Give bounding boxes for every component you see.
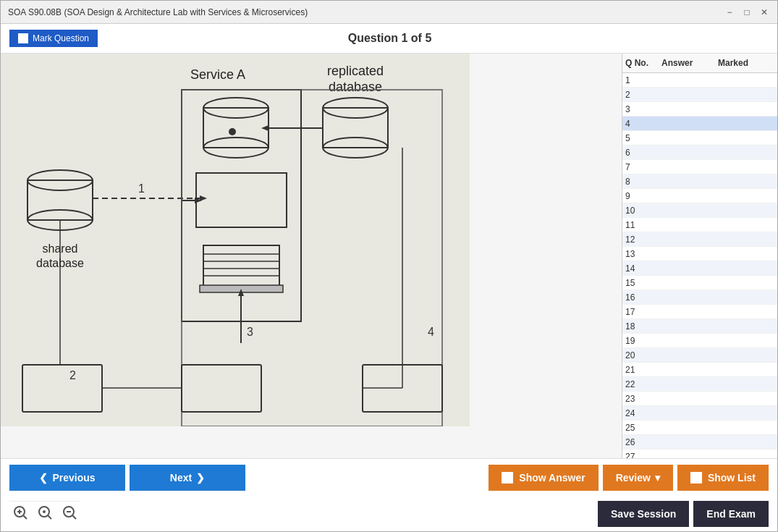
sidebar-row[interactable]: 17	[622, 305, 777, 319]
sidebar-row[interactable]: 21	[622, 363, 777, 377]
svg-line-48	[24, 516, 28, 520]
svg-text:database: database	[329, 80, 382, 94]
prev-arrow-icon: ❮	[39, 472, 48, 484]
row-num: 15	[625, 278, 661, 288]
svg-text:1: 1	[138, 182, 145, 195]
sidebar-row[interactable]: 18	[622, 319, 777, 334]
sidebar-row[interactable]: 19	[622, 334, 777, 348]
main-window: SOA S90.08B (SOA Design & Architecture L…	[0, 0, 778, 532]
previous-button[interactable]: ❮ Previous	[9, 465, 125, 491]
mark-checkbox-icon	[18, 33, 28, 43]
zoom-reset-button[interactable]	[34, 503, 56, 525]
row-num: 7	[625, 162, 661, 172]
sidebar-row[interactable]: 7	[622, 160, 777, 174]
row-num: 9	[625, 191, 661, 201]
sidebar-row[interactable]: 15	[622, 276, 777, 290]
svg-text:3: 3	[247, 326, 253, 338]
sidebar-row[interactable]: 5	[622, 131, 777, 145]
sidebar-row[interactable]: 4	[622, 117, 777, 131]
sidebar-row[interactable]: 16	[622, 290, 777, 305]
content-area: Service A replicated database shared dat…	[1, 54, 622, 458]
row-num: 25	[625, 423, 661, 433]
sidebar-row[interactable]: 24	[622, 406, 777, 421]
close-btn[interactable]: ✕	[758, 7, 770, 18]
row-num: 23	[625, 394, 661, 404]
row-num: 5	[625, 133, 661, 143]
save-session-button[interactable]: Save Session	[598, 501, 689, 527]
row-num: 3	[625, 104, 661, 114]
sidebar-row[interactable]: 11	[622, 218, 777, 232]
zoom-controls	[9, 501, 80, 527]
window-title: SOA S90.08B (SOA Design & Architecture L…	[8, 7, 308, 17]
row-num: 10	[625, 206, 661, 216]
sidebar-scroll[interactable]: 1 2 3 4 5 6 7 8 9 10 11	[622, 73, 777, 458]
mark-question-button[interactable]: Mark Question	[9, 30, 98, 47]
sidebar-row[interactable]: 22	[622, 377, 777, 392]
row-num: 20	[625, 350, 661, 360]
row-num: 26	[625, 437, 661, 447]
sidebar-row[interactable]: 10	[622, 203, 777, 218]
svg-point-16	[229, 128, 236, 135]
svg-text:2: 2	[69, 369, 76, 381]
row-num: 13	[625, 249, 661, 259]
sidebar-row[interactable]: 9	[622, 189, 777, 203]
svg-text:replicated: replicated	[327, 64, 384, 78]
svg-text:4: 4	[428, 326, 434, 338]
sidebar-row[interactable]: 26	[622, 435, 777, 449]
row-num: 16	[625, 292, 661, 303]
row-num: 6	[625, 148, 661, 158]
next-button[interactable]: Next ❯	[130, 465, 245, 491]
question-counter: Question 1 of 5	[348, 32, 432, 45]
svg-text:Service A: Service A	[190, 67, 245, 82]
svg-point-50	[43, 510, 46, 513]
bottom-bar: ❮ Previous Next ❯ Show Answer Review ▾ ✓…	[1, 458, 777, 497]
sidebar-row[interactable]: 20	[622, 348, 777, 363]
row-num: 18	[625, 321, 661, 332]
bottom-actions: Save Session End Exam	[1, 497, 777, 531]
col-marked: Marked	[718, 58, 774, 68]
sidebar-row[interactable]: 12	[622, 232, 777, 247]
sidebar-row[interactable]: 1	[622, 73, 777, 88]
sidebar-row[interactable]: 8	[622, 174, 777, 189]
sidebar-row[interactable]: 14	[622, 261, 777, 276]
sidebar-row[interactable]: 23	[622, 392, 777, 406]
sidebar-row[interactable]: 2	[622, 88, 777, 102]
toolbar: Mark Question Question 1 of 5	[1, 24, 777, 54]
row-num: 14	[625, 263, 661, 274]
row-num: 17	[625, 307, 661, 317]
col-answer: Answer	[661, 58, 718, 68]
bottom-right-actions: Save Session End Exam	[598, 501, 769, 527]
sidebar-row[interactable]: 6	[622, 145, 777, 160]
next-arrow-icon: ❯	[196, 472, 205, 484]
show-answer-button[interactable]: Show Answer	[489, 465, 598, 491]
window-controls: − □ ✕	[724, 7, 770, 18]
sidebar-row[interactable]: 27	[622, 449, 777, 458]
maximize-btn[interactable]: □	[741, 7, 753, 18]
image-area: Service A replicated database shared dat…	[1, 54, 622, 458]
col-qno: Q No.	[625, 58, 661, 68]
title-bar: SOA S90.08B (SOA Design & Architecture L…	[1, 1, 777, 24]
diagram-image: Service A replicated database shared dat…	[1, 54, 470, 426]
row-num: 19	[625, 336, 661, 346]
show-list-checkbox-icon: ✓	[690, 472, 702, 484]
row-num: 4	[625, 119, 661, 129]
row-num: 11	[625, 220, 661, 230]
sidebar-header: Q No. Answer Marked	[622, 54, 777, 73]
svg-line-54	[73, 516, 77, 520]
minimize-btn[interactable]: −	[724, 7, 735, 18]
zoom-out-button[interactable]	[59, 503, 80, 525]
sidebar-row[interactable]: 3	[622, 102, 777, 117]
sidebar: Q No. Answer Marked 1 2 3 4 5 6 7	[622, 54, 777, 458]
show-list-button[interactable]: ✓ Show List	[677, 465, 769, 491]
row-num: 24	[625, 408, 661, 418]
main-area: Service A replicated database shared dat…	[1, 54, 777, 458]
zoom-in-button[interactable]	[9, 503, 31, 525]
row-num: 22	[625, 379, 661, 389]
sidebar-row[interactable]: 25	[622, 421, 777, 435]
row-num: 8	[625, 177, 661, 187]
review-button[interactable]: Review ▾	[603, 465, 673, 491]
end-exam-button[interactable]: End Exam	[693, 501, 769, 527]
row-num: 12	[625, 235, 661, 245]
row-num: 27	[625, 452, 661, 459]
sidebar-row[interactable]: 13	[622, 247, 777, 261]
